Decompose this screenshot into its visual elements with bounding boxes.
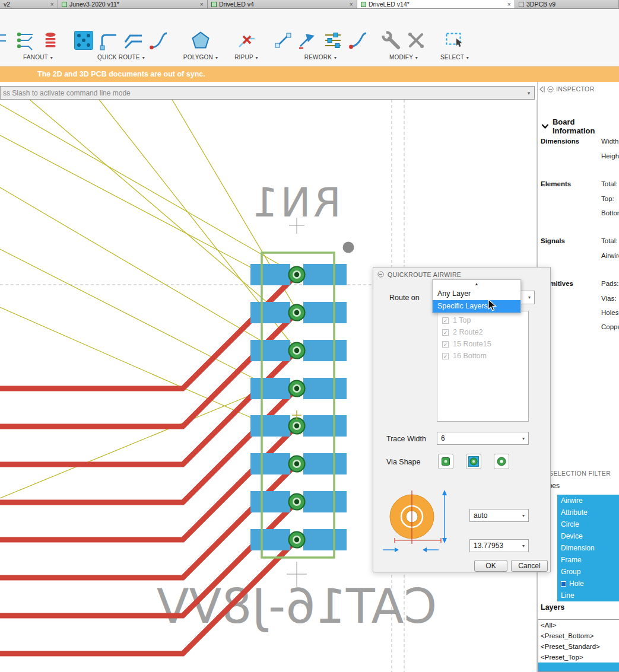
clipped-tool-icon[interactable]: [0, 30, 7, 50]
via-drill-select[interactable]: 13.77953 ▾: [469, 539, 529, 552]
close-icon[interactable]: ×: [350, 1, 353, 8]
toolbar-group-label: QUICK ROUTE: [97, 54, 140, 60]
filter-item-label: Attribute: [561, 507, 588, 518]
filter-item-attribute[interactable]: Attribute: [557, 507, 619, 518]
filter-item-dimension[interactable]: Dimension: [557, 542, 619, 554]
ripup-icon[interactable]: [236, 30, 256, 50]
layer-preset-top[interactable]: <Preset_Top>: [538, 652, 619, 663]
round-via-icon: [496, 456, 507, 467]
chevron-down-icon[interactable]: ▾: [519, 543, 528, 549]
fanout-menu-button[interactable]: FANOUT ▾: [8, 54, 68, 60]
board-information-section-header[interactable]: Board Information: [541, 117, 619, 135]
layer-check-top[interactable]: ✓1 Top: [437, 314, 528, 326]
inspector-header[interactable]: INSPECTOR: [539, 85, 595, 93]
toolbar: FANOUT ▾ QUICK ROUTE ▾ POLYGON ▾ RIPUP ▾…: [0, 9, 619, 66]
modify-menu-button[interactable]: MODIFY ▾: [377, 54, 430, 60]
option-specific-layers[interactable]: Specific Layers: [433, 300, 520, 313]
field-label: Holes:: [601, 309, 619, 316]
component-ref-text: RN1: [250, 179, 341, 226]
wire-segment-icon[interactable]: [273, 30, 293, 50]
double-route-icon[interactable]: [123, 30, 144, 50]
collapse-icon[interactable]: [377, 271, 384, 278]
checkbox-icon[interactable]: ✓: [442, 329, 449, 336]
filter-item-line[interactable]: Line: [557, 590, 619, 601]
octagon-via-icon: [468, 456, 479, 467]
field-label: Copper:: [601, 323, 619, 330]
vias[interactable]: [289, 267, 305, 548]
option-any-layer[interactable]: Any Layer: [433, 288, 520, 300]
route-corner-icon[interactable]: [99, 30, 119, 50]
inspector-title: INSPECTOR: [556, 85, 595, 93]
checkbox-icon[interactable]: ✓: [442, 341, 449, 348]
tab-document-3[interactable]: DriveLED v4 ×: [208, 0, 357, 8]
toolbar-group-rework: REWORK ▾: [268, 28, 373, 60]
route-swoosh-icon[interactable]: [148, 30, 169, 50]
tab-label: DriveLED v14*: [369, 1, 410, 8]
sync-warning-banner: The 2D and 3D PCB documents are out of s…: [0, 66, 619, 82]
via-shape-square-button[interactable]: [438, 454, 453, 469]
checkbox-icon[interactable]: ✓: [442, 353, 449, 359]
filter-item-hole[interactable]: Hole: [557, 578, 619, 590]
layer-check-bottom[interactable]: ✓16 Bottom: [437, 350, 528, 362]
filter-item-airwire[interactable]: Airwire: [557, 495, 619, 507]
trace-width-label: Trace Width: [386, 435, 426, 443]
hole-marker[interactable]: [343, 242, 354, 253]
chevron-down-icon[interactable]: ▾: [519, 436, 528, 441]
adjust-lines-icon[interactable]: [323, 30, 343, 50]
close-icon[interactable]: ×: [50, 1, 54, 8]
square-via-icon: [441, 457, 450, 466]
filter-item-frame[interactable]: Frame: [557, 554, 619, 566]
filter-item-group[interactable]: Group: [557, 566, 619, 578]
tab-document-4-active[interactable]: DriveLED v14* ×: [357, 0, 515, 8]
layer-check-route15[interactable]: ✓15 Route15: [437, 338, 528, 350]
crossed-tools-icon[interactable]: [406, 30, 426, 50]
layer-check-route2[interactable]: ✓2 Route2: [437, 326, 528, 338]
selection-filter-title: SELECTION FILTER: [549, 470, 611, 477]
ripup-menu-button[interactable]: RIPUP ▾: [227, 54, 266, 60]
filter-item-label: Circle: [561, 518, 579, 530]
command-line-bar[interactable]: ss Slash to activate command line mode ▾: [0, 86, 535, 100]
layer-preset-selected[interactable]: [538, 663, 619, 672]
quick-route-icon[interactable]: [74, 30, 94, 50]
select-menu-button[interactable]: SELECT ▾: [435, 54, 474, 60]
command-line-hint[interactable]: ss Slash to activate command line mode: [1, 89, 523, 97]
wrench-icon[interactable]: [381, 30, 401, 50]
arrow-left-icon: [423, 547, 427, 552]
tab-document-5[interactable]: 3DPCB v9: [515, 0, 619, 8]
trace-width-value: 6: [437, 434, 519, 442]
chevron-down-icon[interactable]: ▾: [525, 295, 534, 300]
polygon-icon[interactable]: [191, 30, 211, 50]
layer-preset-standard[interactable]: <Preset_Standard>: [538, 641, 619, 652]
toolbar-group-label: POLYGON: [183, 54, 213, 60]
chevron-down-icon[interactable]: ▾: [519, 513, 528, 518]
tab-document-2[interactable]: Junev3-2020 v11* ×: [58, 0, 208, 8]
rework-menu-button[interactable]: REWORK ▾: [268, 54, 373, 60]
fanout-stack-icon[interactable]: [40, 30, 61, 50]
airwires[interactable]: [0, 100, 297, 498]
cancel-button[interactable]: Cancel: [511, 560, 548, 572]
chevron-down-icon[interactable]: ▾: [523, 90, 534, 96]
smooth-route-icon[interactable]: [348, 30, 368, 50]
via-diameter-select[interactable]: auto ▾: [469, 509, 529, 522]
collapse-icon[interactable]: [547, 86, 554, 93]
fanout-icon[interactable]: [15, 30, 36, 50]
layer-preset-all[interactable]: <All>: [538, 620, 619, 630]
ok-button[interactable]: OK: [474, 560, 507, 572]
chevron-down-icon: [541, 123, 549, 129]
close-icon[interactable]: ×: [507, 1, 511, 8]
scroll-up-icon[interactable]: ▲: [433, 280, 520, 288]
dock-panel-icon[interactable]: [539, 86, 545, 93]
quick-route-menu-button[interactable]: QUICK ROUTE ▾: [70, 54, 172, 60]
reroute-arrow-icon[interactable]: [298, 30, 318, 50]
select-icon[interactable]: [445, 30, 465, 50]
close-icon[interactable]: ×: [200, 1, 204, 8]
trace-width-select[interactable]: 6 ▾: [437, 432, 529, 445]
polygon-menu-button[interactable]: POLYGON ▾: [178, 54, 223, 60]
filter-item-device[interactable]: Device: [557, 530, 619, 542]
layer-preset-bottom[interactable]: <Preset_Bottom>: [538, 630, 619, 641]
tab-document-1[interactable]: v2 ×: [0, 0, 58, 8]
filter-item-circle[interactable]: Circle: [557, 518, 619, 530]
via-shape-round-button[interactable]: [494, 454, 509, 469]
via-shape-octagon-button[interactable]: [466, 454, 481, 469]
checkbox-icon[interactable]: ✓: [442, 317, 449, 324]
